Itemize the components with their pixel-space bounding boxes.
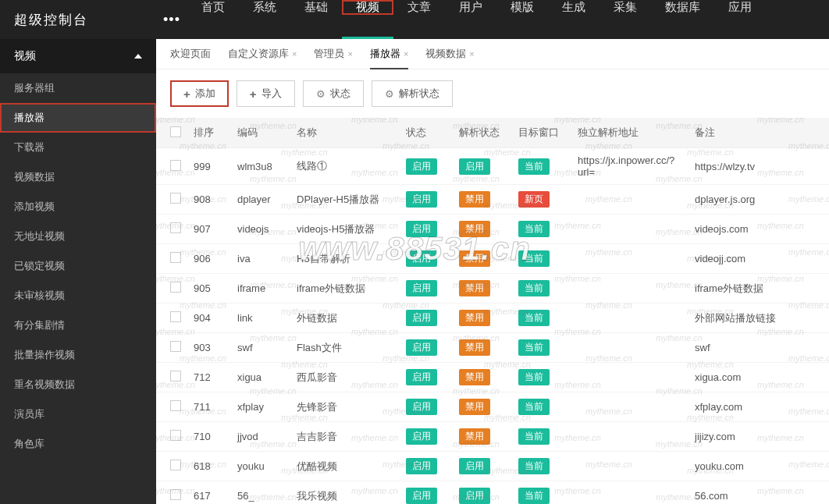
state-badge[interactable]: 启用 [406, 488, 437, 504]
sidebar-item[interactable]: 下载器 [0, 133, 156, 162]
parse-badge[interactable]: 禁用 [459, 280, 490, 296]
sidebar-item[interactable]: 批量操作视频 [0, 340, 156, 370]
target-badge[interactable]: 当前 [518, 399, 550, 415]
checkbox-all[interactable] [170, 126, 181, 137]
col-parse[interactable]: 解析状态 [453, 118, 512, 148]
parse-badge[interactable]: 禁用 [459, 339, 490, 356]
close-icon[interactable]: × [469, 49, 474, 59]
sidebar-item[interactable]: 添加视频 [0, 192, 156, 222]
table-row[interactable]: 712xigua西瓜影音启用禁用当前xigua.com [156, 363, 829, 392]
sidebar-head[interactable]: 视频 [0, 39, 156, 73]
row-checkbox[interactable] [170, 341, 181, 352]
table-row[interactable]: 906ivaH5自带解析启用禁用当前videojj.com [156, 244, 829, 274]
target-badge[interactable]: 当前 [518, 280, 550, 296]
parse-badge[interactable]: 禁用 [459, 310, 490, 326]
state-badge[interactable]: 启用 [406, 458, 437, 474]
sidebar-item[interactable]: 视频数据 [0, 162, 156, 192]
parse-badge[interactable]: 禁用 [459, 221, 490, 237]
state-badge[interactable]: 启用 [406, 369, 437, 385]
topnav-item[interactable]: 数据库 [651, 0, 714, 15]
parse-badge[interactable]: 禁用 [459, 191, 490, 208]
row-checkbox[interactable] [170, 282, 181, 293]
table-row[interactable]: 618youku优酷视频启用启用当前youku.com [156, 452, 829, 481]
sidebar-item[interactable]: 演员库 [0, 399, 156, 429]
state-badge[interactable]: 启用 [406, 221, 437, 237]
target-badge[interactable]: 当前 [518, 369, 550, 385]
content-tab[interactable]: 视频数据× [425, 39, 474, 69]
topnav-item[interactable]: 生成 [548, 0, 600, 15]
content-tab[interactable]: 自定义资源库× [228, 39, 297, 69]
topnav-item[interactable]: 模版 [496, 0, 548, 15]
close-icon[interactable]: × [347, 49, 352, 59]
parse-state-button[interactable]: 解析状态 [372, 80, 453, 107]
topnav-item[interactable]: 首页 [187, 0, 239, 15]
row-checkbox[interactable] [170, 252, 181, 263]
content-tab[interactable]: 管理员× [314, 39, 352, 69]
row-checkbox[interactable] [170, 430, 181, 441]
parse-badge[interactable]: 禁用 [459, 250, 490, 267]
target-badge[interactable]: 新页 [518, 191, 550, 208]
table-row[interactable]: 903swfFlash文件启用禁用当前swf [156, 333, 829, 363]
target-badge[interactable]: 当前 [518, 428, 550, 445]
target-badge[interactable]: 当前 [518, 221, 550, 237]
parse-badge[interactable]: 启用 [459, 158, 490, 175]
col-note[interactable]: 备注 [688, 118, 829, 148]
table-row[interactable]: 904link外链数据启用禁用当前外部网站播放链接 [156, 303, 829, 333]
topnav-item[interactable]: 用户 [445, 0, 496, 15]
add-button[interactable]: 添加 [170, 80, 229, 107]
topnav-item[interactable]: 系统 [239, 0, 290, 15]
table-row[interactable]: 710jjvod吉吉影音启用禁用当前jijizy.com [156, 422, 829, 452]
row-checkbox[interactable] [170, 400, 181, 411]
topnav-item[interactable]: 应用 [714, 0, 766, 15]
target-badge[interactable]: 当前 [518, 458, 550, 474]
target-badge[interactable]: 当前 [518, 310, 550, 326]
state-badge[interactable]: 启用 [406, 250, 437, 267]
col-url[interactable]: 独立解析地址 [571, 118, 688, 148]
state-badge[interactable]: 启用 [406, 191, 437, 208]
close-icon[interactable]: × [404, 49, 408, 59]
import-button[interactable]: 导入 [237, 80, 295, 107]
state-badge[interactable]: 启用 [406, 280, 437, 296]
table-row[interactable]: 907videojsvideojs-H5播放器启用禁用当前videojs.com [156, 215, 829, 244]
row-checkbox[interactable] [170, 222, 181, 233]
parse-badge[interactable]: 禁用 [459, 428, 490, 445]
sidebar-item[interactable]: 重名视频数据 [0, 370, 156, 399]
col-code[interactable]: 编码 [231, 118, 290, 148]
content-tab[interactable]: 播放器× [370, 39, 408, 69]
content-tab[interactable]: 欢迎页面 [170, 39, 211, 69]
parse-badge[interactable]: 禁用 [459, 369, 490, 385]
sidebar-item[interactable]: 服务器组 [0, 73, 156, 103]
table-row[interactable]: 905iframeiframe外链数据启用禁用当前iframe外链数据 [156, 274, 829, 303]
col-state[interactable]: 状态 [400, 118, 453, 148]
sidebar-item[interactable]: 已锁定视频 [0, 251, 156, 281]
table-row[interactable]: 711xfplay先锋影音启用禁用当前xfplay.com [156, 392, 829, 422]
parse-badge[interactable]: 启用 [459, 488, 490, 504]
sidebar-item[interactable]: 角色库 [0, 429, 156, 459]
state-badge[interactable]: 启用 [406, 428, 437, 445]
sidebar-item[interactable]: 播放器 [0, 103, 156, 133]
row-checkbox[interactable] [170, 460, 181, 470]
target-badge[interactable]: 当前 [518, 488, 550, 504]
target-badge[interactable]: 当前 [518, 158, 550, 175]
topnav-item[interactable]: 文章 [393, 0, 445, 15]
state-badge[interactable]: 启用 [406, 339, 437, 356]
target-badge[interactable]: 当前 [518, 339, 550, 356]
row-checkbox[interactable] [170, 311, 181, 322]
table-row[interactable]: 908dplayerDPlayer-H5播放器启用禁用新页dplayer.js.… [156, 185, 829, 215]
col-target[interactable]: 目标窗口 [512, 118, 571, 148]
table-row[interactable]: 61756_我乐视频启用启用当前56.com [156, 481, 829, 505]
col-sort[interactable]: 排序 [187, 118, 231, 148]
state-badge[interactable]: 启用 [406, 158, 437, 175]
parse-badge[interactable]: 禁用 [459, 399, 490, 415]
state-button[interactable]: 状态 [303, 80, 364, 107]
row-checkbox[interactable] [170, 160, 181, 171]
col-name[interactable]: 名称 [290, 118, 400, 148]
topnav-item[interactable]: 视频 [342, 0, 393, 15]
parse-badge[interactable]: 启用 [459, 458, 490, 474]
state-badge[interactable]: 启用 [406, 310, 437, 326]
close-icon[interactable]: × [292, 49, 297, 59]
topnav-item[interactable]: 采集 [600, 0, 651, 15]
topnav-item[interactable]: 基础 [290, 0, 342, 15]
target-badge[interactable]: 当前 [518, 250, 550, 267]
more-dots-icon[interactable]: ••• [156, 12, 187, 28]
